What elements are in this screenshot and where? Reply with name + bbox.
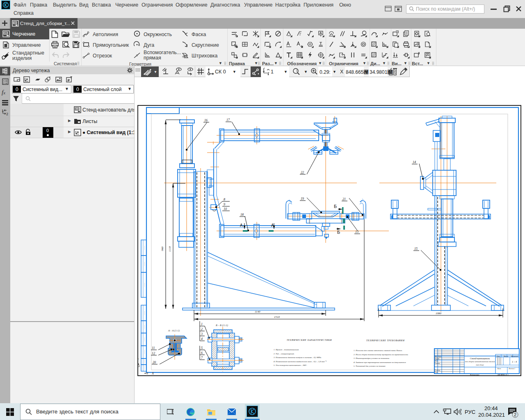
svg-text:А: А — [240, 223, 243, 228]
svg-text:4: 4 — [201, 337, 203, 341]
svg-text:2. После сборки пневмосистему: 2. После сборки пневмосистему проверить … — [354, 354, 408, 356]
svg-text:~~~~~: ~~~~~ — [144, 262, 146, 266]
svg-text:~~~~~: ~~~~~ — [144, 337, 146, 341]
svg-text:2: 2 — [201, 327, 203, 331]
svg-text:Б: Б — [334, 204, 337, 209]
svg-text:1080: 1080 — [436, 312, 442, 315]
svg-text:1510: 1510 — [274, 315, 280, 319]
svg-text:19: 19 — [301, 197, 304, 201]
svg-text:Б - Б (1:1): Б - Б (1:1) — [215, 324, 228, 327]
svg-text:5. Топливный бак условно не по: 5. Топливный бак условно не показан — [354, 365, 386, 367]
svg-text:5: 5 — [201, 346, 203, 350]
svg-text:~~~~~: ~~~~~ — [144, 283, 146, 287]
svg-text:13: 13 — [355, 230, 358, 234]
svg-text:АМ ИПБ Ф 1: АМ ИПБ Ф 1 — [497, 374, 509, 376]
svg-text:4. Заедания при перемещении ка: 4. Заедания при перемещении кантователя … — [354, 361, 406, 363]
svg-text:2: 2 — [514, 412, 516, 417]
svg-text:20: 20 — [153, 361, 156, 364]
svg-text:5. Угол поворота кантователя –: 5. Угол поворота кантователя – 360°. — [274, 364, 307, 366]
svg-text:16: 16 — [204, 119, 208, 122]
svg-text:18: 18 — [240, 213, 244, 217]
svg-text:Стенд-кантователь: Стенд-кантователь — [470, 357, 490, 360]
svg-text:Утв.: Утв. — [435, 372, 438, 373]
svg-text:Лит.: Лит. — [496, 355, 500, 357]
svg-text:Лист: Лист — [497, 368, 501, 370]
svg-text:Масса: Масса — [503, 355, 508, 357]
svg-text:Б: Б — [337, 230, 340, 235]
svg-text:Изм. Лист: Изм. Лист — [434, 356, 442, 358]
svg-text:~~~~~: ~~~~~ — [144, 246, 146, 250]
svg-text:9: 9 — [224, 203, 225, 206]
svg-text:Листов 1: Листов 1 — [508, 368, 515, 370]
svg-text:Т.контр.: Т.контр. — [435, 363, 440, 364]
svg-text:12: 12 — [152, 352, 155, 355]
svg-text:1: 1 — [201, 322, 203, 326]
svg-text:11: 11 — [152, 346, 155, 350]
svg-text:10: 10 — [224, 207, 227, 211]
svg-text:3: 3 — [201, 332, 203, 336]
svg-text:17: 17 — [226, 118, 230, 122]
svg-text:1140: 1140 — [255, 310, 260, 313]
svg-text:21: 21 — [342, 197, 346, 201]
svg-text:1110: 1110 — [168, 247, 171, 252]
svg-text:Пров.: Пров. — [434, 360, 438, 362]
svg-text:960: 960 — [161, 247, 164, 251]
svg-text:А - А (1:1): А - А (1:1) — [168, 329, 180, 332]
svg-text:Н.контр.: Н.контр. — [434, 370, 441, 371]
svg-text:для сборки штампованных дисков: для сборки штампованных дисков — [465, 361, 495, 363]
svg-text:(вид сбоку): (вид сбоку) — [476, 364, 484, 366]
svg-text:2. Тип – стационарный.: 2. Тип – стационарный. — [274, 353, 294, 355]
svg-text:15: 15 — [414, 247, 418, 251]
svg-text:~~~~~: ~~~~~ — [144, 359, 146, 363]
svg-text:Копировал: Копировал — [470, 374, 479, 376]
svg-text:2: 2 — [6, 112, 8, 116]
svg-text:14: 14 — [413, 160, 416, 164]
svg-text:~~~~~: ~~~~~ — [144, 311, 146, 315]
svg-text:ТЕХНИЧЕСКИЕ ТРЕБОВАНИЯ: ТЕХНИЧЕСКИЕ ТРЕБОВАНИЯ — [366, 339, 405, 342]
svg-text:~~~~~: ~~~~~ — [144, 325, 146, 329]
svg-text:ТЕХНИЧЕСКИЕ ХАРАКТЕРИСТИКИ: ТЕХНИЧЕСКИЕ ХАРАКТЕРИСТИКИ — [287, 339, 332, 341]
svg-text:~~~~~: ~~~~~ — [144, 366, 146, 370]
svg-text:1. Полости для смазки заполнит: 1. Полости для смазки заполнить смазкой … — [354, 349, 402, 352]
svg-text:1. Привод – пневматический.: 1. Привод – пневматический. — [274, 349, 299, 351]
svg-text:1 : 4: 1 : 4 — [512, 360, 517, 363]
svg-text:X: X — [151, 371, 154, 375]
svg-text:Разраб.: Разраб. — [434, 358, 440, 360]
svg-text:22: 22 — [301, 171, 304, 174]
svg-text:Масштаб: Масштаб — [511, 355, 518, 357]
svg-text:8: 8 — [224, 198, 225, 201]
svg-text:3. Пневмоцилиндры условно не п: 3. Пневмоцилиндры условно не показаны. — [354, 357, 390, 359]
svg-text:~~~~~: ~~~~~ — [144, 350, 146, 354]
svg-text:6: 6 — [201, 351, 203, 355]
